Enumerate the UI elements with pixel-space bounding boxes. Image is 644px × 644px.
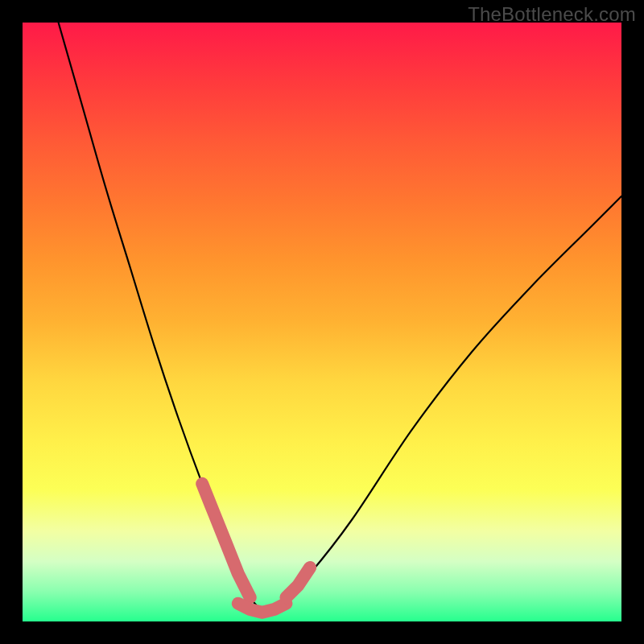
highlight-right <box>286 568 310 597</box>
highlight-left <box>202 484 250 597</box>
watermark-text: TheBottleneck.com <box>468 3 636 26</box>
chart-frame: TheBottleneck.com <box>0 0 644 644</box>
bottleneck-curve <box>59 23 621 611</box>
highlight-floor <box>238 604 287 613</box>
plot-area <box>23 23 621 621</box>
curve-svg <box>23 23 621 621</box>
